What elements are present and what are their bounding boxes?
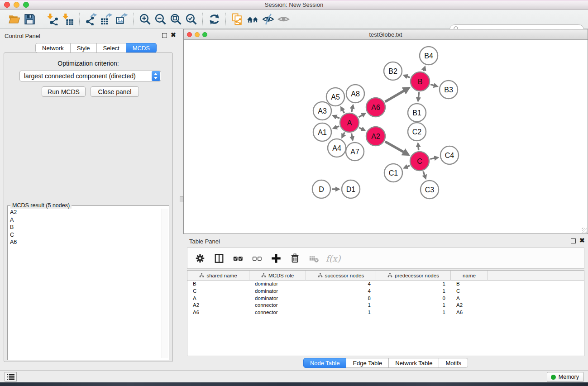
table-tab-network-table[interactable]: Network Table	[389, 358, 439, 368]
close-table-panel-icon[interactable]: ✖	[579, 238, 585, 243]
table-cell: C	[187, 288, 249, 295]
result-scrollbar[interactable]	[162, 209, 168, 358]
tab-style[interactable]: Style	[71, 43, 97, 53]
network-minimize-button[interactable]	[195, 32, 200, 37]
memory-button[interactable]: Memory	[547, 372, 584, 382]
table-tab-motifs[interactable]: Motifs	[439, 358, 468, 368]
import-table-icon[interactable]	[60, 12, 76, 27]
criterion-dropdown[interactable]: largest connected component (directed)	[19, 71, 161, 81]
network-resize-grip[interactable]	[582, 228, 587, 233]
dropdown-stepper-icon	[152, 71, 160, 81]
refresh-icon[interactable]	[206, 12, 222, 27]
graph-edge-C-C3[interactable]	[423, 172, 425, 177]
graph-edge-A-A3[interactable]	[335, 116, 339, 118]
export-image-icon[interactable]	[114, 12, 129, 27]
graph-edge-C-C2[interactable]	[418, 145, 419, 150]
hide-selected-icon[interactable]	[260, 12, 276, 27]
node-table: shared nameMCDS rolesuccessor nodesprede…	[187, 270, 584, 356]
tab-select[interactable]: Select	[97, 43, 126, 53]
deselect-all-rows-icon[interactable]	[250, 251, 264, 266]
result-item[interactable]: C	[8, 231, 161, 239]
toolbar-separator	[225, 13, 226, 26]
graph-edge-A2-C[interactable]	[385, 142, 406, 153]
show-all-icon[interactable]	[276, 12, 291, 27]
table-row[interactable]: Bdominator41B	[187, 281, 584, 288]
import-network-icon[interactable]	[45, 12, 60, 27]
mcds-result-list[interactable]: A2ABCA6	[8, 209, 161, 358]
graph-edge-A-A8[interactable]	[352, 107, 353, 112]
show-hide-columns-icon[interactable]	[212, 251, 226, 266]
delete-columns-icon[interactable]	[288, 251, 302, 266]
select-all-rows-icon[interactable]	[231, 251, 245, 266]
table-row[interactable]: Adominator80A	[187, 295, 584, 302]
column-header-name[interactable]: name	[451, 271, 488, 281]
result-item[interactable]: B	[8, 224, 161, 231]
zoom-in-icon[interactable]	[137, 12, 153, 27]
result-item[interactable]: A6	[8, 238, 161, 246]
export-table-icon[interactable]	[99, 12, 114, 27]
graph-node-label: B2	[388, 67, 397, 75]
table-panel-title: Table Panel	[189, 238, 220, 245]
column-header-MCDS-role[interactable]: MCDS role	[249, 271, 306, 281]
function-builder-icon[interactable]: f(x)	[326, 251, 340, 266]
result-item[interactable]: A	[8, 216, 161, 224]
graph-edge-A-A4[interactable]	[343, 132, 345, 135]
float-table-panel-icon[interactable]	[571, 238, 576, 243]
column-header-successor-nodes[interactable]: successor nodes	[306, 271, 376, 281]
network-close-button[interactable]	[187, 32, 192, 37]
close-panel-button[interactable]: Close panel	[91, 86, 139, 97]
graph-node-label: C2	[412, 128, 422, 136]
vertical-splitter-grip[interactable]	[180, 196, 183, 202]
column-header-predecessor-nodes[interactable]: predecessor nodes	[376, 271, 451, 281]
criterion-dropdown-value: largest connected component (directed)	[20, 72, 152, 80]
run-mcds-button[interactable]: Run MCDS	[42, 86, 86, 97]
graph-edge-B-B3[interactable]	[430, 85, 435, 86]
graph-edge-A6-B[interactable]	[385, 90, 406, 102]
network-maximize-button[interactable]	[202, 32, 207, 37]
result-item[interactable]: A2	[8, 209, 161, 216]
graph-edge-A-A7[interactable]	[351, 133, 352, 138]
task-history-button[interactable]	[5, 372, 17, 381]
table-row[interactable]: Cdominator41C	[187, 288, 584, 295]
graph-edge-C-C1[interactable]	[406, 166, 410, 167]
save-session-icon[interactable]	[22, 12, 37, 27]
export-network-icon[interactable]	[83, 12, 99, 27]
close-window-button[interactable]	[4, 2, 10, 8]
table-tab-edge-table[interactable]: Edge Table	[346, 358, 389, 368]
tab-network[interactable]: Network	[35, 43, 71, 53]
zoom-out-icon[interactable]	[153, 12, 168, 27]
control-panel-header: Control Panel ✖	[0, 29, 177, 42]
close-panel-icon[interactable]: ✖	[171, 33, 176, 38]
table-cell: connector	[249, 309, 306, 316]
table-cell: 1	[376, 281, 451, 288]
table-row[interactable]: A6connector11A6	[187, 309, 584, 316]
delete-table-icon[interactable]	[307, 251, 321, 266]
toolbar-separator	[133, 13, 134, 26]
table-mode-settings-icon[interactable]	[193, 251, 207, 266]
graph-edge-A-A2[interactable]	[359, 128, 363, 130]
tab-mcds[interactable]: MCDS	[126, 43, 157, 53]
graph-edge-A-A6[interactable]	[359, 114, 363, 117]
first-neighbors-icon[interactable]	[245, 12, 260, 27]
create-column-icon[interactable]	[269, 251, 283, 266]
table-cell: 0	[376, 295, 451, 302]
float-panel-icon[interactable]	[162, 33, 167, 38]
graph-edge-A-A1[interactable]	[335, 126, 339, 128]
table-cell: dominator	[249, 295, 306, 302]
graph-edge-B-B4[interactable]	[424, 69, 425, 71]
new-network-from-selection-icon[interactable]	[229, 12, 245, 27]
graph-edge-C-C4[interactable]	[430, 158, 436, 159]
graph-edge-B-B1[interactable]	[418, 92, 419, 99]
zoom-selected-icon[interactable]	[183, 12, 199, 27]
network-window-titlebar[interactable]: testGlobe.txt	[184, 29, 588, 40]
table-row[interactable]: A2connector11A2	[187, 302, 584, 309]
graph-edge-A-A5[interactable]	[342, 109, 344, 113]
column-header-shared-name[interactable]: shared name	[187, 271, 249, 281]
open-session-icon[interactable]	[6, 12, 22, 27]
graph-edge-B-B2[interactable]	[406, 76, 410, 78]
maximize-window-button[interactable]	[23, 2, 29, 8]
table-tab-node-table[interactable]: Node Table	[303, 358, 347, 368]
zoom-fit-icon[interactable]	[168, 12, 183, 27]
network-graph[interactable]: AA1A2A3A4A5A6A7A8BB1B2B3B4CC1C2C3C4DD1	[184, 40, 588, 234]
minimize-window-button[interactable]	[14, 2, 19, 8]
